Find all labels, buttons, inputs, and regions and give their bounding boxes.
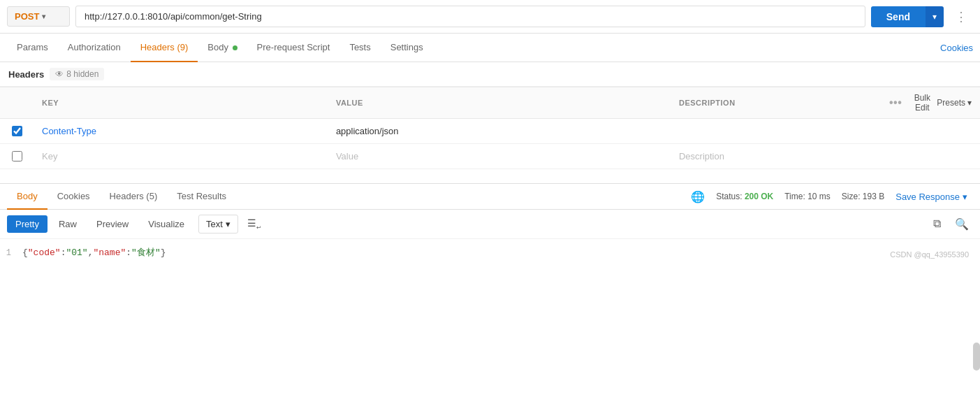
format-actions: ⧉ 🔍: [929, 215, 973, 234]
tab-params[interactable]: Params: [7, 34, 58, 62]
headers-section: Headers 👁 8 hidden KEY VALUE DESCRIPTION…: [0, 62, 980, 169]
tab-pre-request[interactable]: Pre-request Script: [247, 34, 340, 62]
col-header-key: KEY: [34, 87, 328, 119]
row2-description-placeholder[interactable]: Description: [679, 151, 724, 161]
method-label: POST: [15, 11, 39, 22]
presets-button[interactable]: Presets ▾: [937, 98, 972, 108]
tab-headers[interactable]: Headers (9): [131, 34, 198, 62]
watermark: CSDN @qq_43955390: [890, 250, 969, 259]
row1-checkbox[interactable]: [12, 126, 22, 136]
send-button[interactable]: Send: [871, 6, 926, 27]
wrap-lines-icon[interactable]: ☰↩: [244, 214, 265, 234]
method-selector[interactable]: POST ▾: [7, 6, 70, 27]
row2-value-placeholder[interactable]: Value: [336, 151, 358, 161]
hidden-badge: 👁 8 hidden: [50, 68, 104, 80]
col-header-description: DESCRIPTION: [671, 87, 875, 119]
cookies-button[interactable]: Cookies: [940, 34, 973, 62]
format-type-chevron-icon: ▾: [226, 219, 231, 229]
table-header-row: KEY VALUE DESCRIPTION ••• Bulk Edit Pres…: [0, 87, 980, 119]
code-line-1: 1 {"code":"01","name":"食材"}: [0, 245, 980, 260]
row1-key-cell: Content-Type: [34, 119, 328, 144]
code-line-1-content: {"code":"01","name":"食材"}: [22, 246, 166, 259]
format-tab-visualize[interactable]: Visualize: [140, 215, 193, 233]
tab-body-label: Body: [207, 42, 228, 52]
spacer: [0, 169, 980, 178]
row1-value-cell: application/json: [328, 119, 671, 144]
response-tab-body[interactable]: Body: [7, 184, 47, 210]
row1-checkbox-cell: [0, 119, 34, 144]
response-section: Body Cookies Headers (5) Test Results 🌐 …: [0, 183, 980, 266]
headers-section-label: Headers: [8, 69, 44, 80]
time-label: Time: 10 ms: [784, 192, 831, 201]
save-response-label: Save Response: [895, 192, 960, 202]
presets-chevron-icon: ▾: [967, 98, 972, 108]
status-code: 200 OK: [745, 192, 773, 201]
row2-key-cell: Key: [34, 144, 328, 169]
tab-tests[interactable]: Tests: [339, 34, 380, 62]
headers-label-row: Headers 👁 8 hidden: [0, 62, 980, 87]
tab-settings[interactable]: Settings: [381, 34, 433, 62]
format-tab-preview[interactable]: Preview: [88, 215, 137, 233]
code-area: 1 {"code":"01","name":"食材"}: [0, 239, 980, 266]
copy-button[interactable]: ⧉: [929, 215, 945, 233]
method-chevron-icon: ▾: [42, 13, 45, 20]
tab-headers-badge: (9): [177, 42, 188, 52]
col-header-value: VALUE: [328, 87, 671, 119]
send-button-group: Send ▾: [871, 6, 944, 27]
col-header-checkbox: [0, 87, 34, 119]
response-status-row: 🌐 Status: 200 OK Time: 10 ms Size: 193 B…: [685, 190, 973, 203]
save-response-button[interactable]: Save Response ▾: [895, 192, 967, 202]
size-label: Size: 193 B: [842, 192, 884, 201]
row2-value-cell: Value: [328, 144, 671, 169]
format-tab-pretty[interactable]: Pretty: [7, 215, 47, 233]
row2-desc-cell: Description: [671, 144, 875, 169]
save-response-chevron-icon: ▾: [963, 192, 967, 202]
url-input[interactable]: [75, 6, 865, 27]
row2-key-placeholder[interactable]: Key: [42, 151, 57, 161]
line-number-1: 1: [0, 248, 22, 258]
table-row: Key Value Description: [0, 144, 980, 169]
format-type-selector[interactable]: Text ▾: [198, 215, 238, 234]
response-tab-cookies[interactable]: Cookies: [47, 184, 100, 210]
request-tabs-row: Params Authorization Headers (9) Body Pr…: [0, 34, 980, 62]
format-type-label: Text: [206, 219, 223, 229]
row1-key[interactable]: Content-Type: [42, 126, 96, 136]
bulk-edit-button[interactable]: Bulk Edit: [913, 93, 931, 113]
format-bar: Pretty Raw Preview Visualize Text ▾ ☰↩ ⧉…: [0, 210, 980, 239]
response-tab-test-results[interactable]: Test Results: [167, 184, 236, 210]
sidebar-toggle-icon[interactable]: ⋮: [949, 6, 973, 27]
top-bar: POST ▾ Send ▾ ⋮: [0, 0, 980, 34]
search-button[interactable]: 🔍: [951, 215, 973, 234]
status-prefix: Status:: [716, 192, 742, 201]
row1-value[interactable]: application/json: [336, 126, 399, 136]
row2-checkbox[interactable]: [12, 151, 22, 161]
tab-headers-label: Headers: [140, 42, 175, 52]
table-row: Content-Type application/json: [0, 119, 980, 144]
row2-actions-cell: [875, 144, 980, 169]
scrollbar[interactable]: [973, 343, 980, 371]
presets-label: Presets: [937, 98, 965, 108]
hidden-count-label: 8 hidden: [66, 69, 98, 79]
format-tab-raw[interactable]: Raw: [50, 215, 85, 233]
globe-icon: 🌐: [691, 190, 705, 203]
body-dot-icon: [233, 45, 237, 50]
headers-table: KEY VALUE DESCRIPTION ••• Bulk Edit Pres…: [0, 87, 980, 169]
eye-icon: 👁: [55, 69, 64, 79]
row1-desc-cell: [671, 119, 875, 144]
response-tabs-row: Body Cookies Headers (5) Test Results 🌐 …: [0, 184, 980, 210]
status-label: Status: 200 OK: [716, 192, 773, 201]
tab-authorization[interactable]: Authorization: [58, 34, 131, 62]
response-tab-headers[interactable]: Headers (5): [100, 184, 168, 210]
send-dropdown-button[interactable]: ▾: [926, 6, 944, 27]
row1-actions-cell: [875, 119, 980, 144]
col-header-actions: ••• Bulk Edit Presets ▾: [875, 87, 980, 119]
row2-checkbox-cell: [0, 144, 34, 169]
tab-body[interactable]: Body: [198, 34, 247, 62]
more-options-icon[interactable]: •••: [884, 96, 907, 109]
